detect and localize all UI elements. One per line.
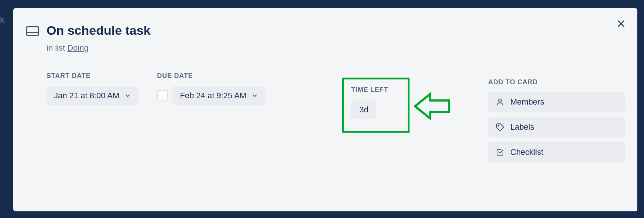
chevron-down-icon <box>124 92 131 99</box>
labels-button[interactable]: Labels <box>488 117 625 137</box>
due-date-section: DUE DATE Feb 24 at 9:25 AM <box>157 72 266 105</box>
due-date-checkbox[interactable] <box>157 90 168 101</box>
checklist-icon <box>496 148 504 157</box>
svg-point-6 <box>498 125 499 126</box>
start-date-value: Jan 21 at 8:00 AM <box>54 91 119 101</box>
card-subtitle: in list Doing <box>47 43 151 53</box>
time-left-value: 3d <box>351 101 376 119</box>
start-date-button[interactable]: Jan 21 at 8:00 AM <box>47 86 138 105</box>
background-text-fragment: k <box>0 15 4 25</box>
person-icon <box>496 98 504 106</box>
list-link[interactable]: Doing <box>67 43 88 52</box>
due-date-value: Feb 24 at 9:25 AM <box>180 91 246 101</box>
card-title[interactable]: On schedule task <box>47 23 151 38</box>
members-button[interactable]: Members <box>488 92 625 112</box>
time-left-highlight-box: TIME LEFT 3d <box>342 78 410 133</box>
labels-label: Labels <box>510 122 534 132</box>
checklist-button[interactable]: Checklist <box>488 142 625 162</box>
card-header: On schedule task in list Doing <box>26 23 625 53</box>
time-left-label: TIME LEFT <box>351 86 400 94</box>
svg-rect-2 <box>27 27 38 35</box>
subtitle-prefix: in list <box>47 43 67 52</box>
checklist-label: Checklist <box>510 147 543 157</box>
arrow-left-icon <box>414 92 451 120</box>
due-date-button[interactable]: Feb 24 at 9:25 AM <box>172 86 266 105</box>
start-date-label: START DATE <box>47 72 138 80</box>
chevron-down-icon <box>251 92 258 99</box>
close-icon <box>616 19 626 28</box>
label-icon <box>496 123 504 132</box>
card-title-block: On schedule task in list Doing <box>47 23 151 53</box>
add-to-card-heading: ADD TO CARD <box>488 78 625 86</box>
members-label: Members <box>510 97 544 107</box>
svg-point-5 <box>499 99 501 102</box>
start-date-section: START DATE Jan 21 at 8:00 AM <box>47 72 138 105</box>
card-icon <box>26 26 39 36</box>
close-button[interactable] <box>614 16 628 31</box>
svg-marker-4 <box>415 94 449 119</box>
add-to-card-sidebar: ADD TO CARD Members Labels Checklist <box>488 78 625 167</box>
due-date-label: DUE DATE <box>157 72 266 80</box>
card-modal: On schedule task in list Doing START DAT… <box>13 8 637 211</box>
